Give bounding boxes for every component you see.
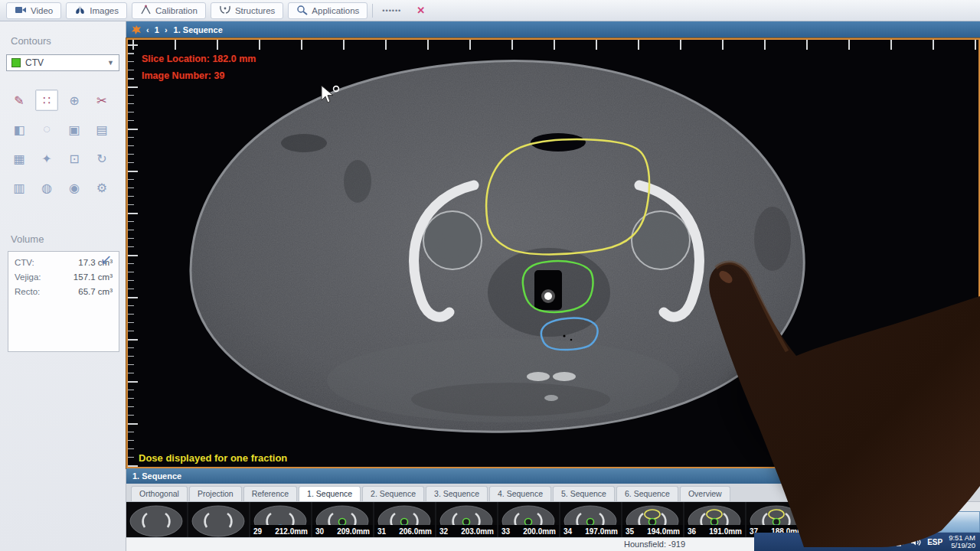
thumbnail-label: 29212.0mm	[250, 525, 311, 537]
video-button[interactable]: Video	[6, 2, 61, 19]
wand-tool[interactable]: ⚙	[90, 177, 113, 198]
volume-row: CTV:17.3 cm³	[15, 258, 113, 267]
top-toolbar: VideoImagesCalibrationStructuresApplicat…	[0, 0, 980, 21]
toolbar-separator	[372, 4, 373, 18]
globe-tool[interactable]: ◉	[63, 177, 86, 198]
applications-button[interactable]: Applications	[288, 2, 368, 19]
spheres-tool[interactable]: ◍	[35, 177, 58, 198]
thumbnail-label: 36191.0mm	[684, 525, 745, 537]
contour-tools-grid: ✎∷⊕✂◧◌▣▤▦✦⊡↻▥◍◉⚙	[8, 90, 119, 198]
tab-4-sequence[interactable]: 4. Sequence	[489, 486, 551, 501]
volume-row: Recto:65.7 cm³	[15, 287, 113, 296]
tab-5-sequence[interactable]: 5. Sequence	[553, 486, 615, 501]
image-number-text: Image Number: 39	[142, 67, 256, 84]
status-bar: Hounsfield: -919	[126, 537, 812, 551]
tab-3-sequence[interactable]: 3. Sequence	[426, 486, 488, 501]
contours-sidebar: Contours CTV ▼ ✎∷⊕✂◧◌▣▤▦✦⊡↻▥◍◉⚙ ↙ Volume…	[0, 21, 126, 551]
images-button[interactable]: Images	[66, 2, 127, 19]
treatment-planning-app: VideoImagesCalibrationStructuresApplicat…	[0, 0, 980, 551]
ct-image-canvas[interactable]: Slice Location: 182.0 mm Image Number: 3…	[126, 38, 980, 468]
dots-button[interactable]: ••••••	[377, 7, 406, 15]
slice-thumbnail-33[interactable]: 33200.0mm	[498, 502, 559, 537]
slice-thumbnail-29[interactable]: 29212.0mm	[250, 502, 311, 537]
magnifier-icon	[296, 5, 308, 17]
contour-color-swatch	[11, 58, 21, 67]
app-paw-icon	[131, 24, 142, 35]
thumbnail-label: 33200.0mm	[498, 525, 559, 537]
horizontal-scrollbar[interactable]	[814, 511, 980, 533]
freehand-tool[interactable]: ◌	[35, 119, 58, 140]
tab-projection[interactable]: Projection	[189, 486, 242, 501]
marker-seed	[544, 292, 552, 300]
filmstrip-title: 1. Sequence	[132, 471, 181, 481]
copy-tool[interactable]: ▣	[63, 119, 86, 140]
expand-arrow-icon[interactable]: ↙	[100, 251, 112, 268]
thumbnail-label: 31206.0mm	[374, 525, 435, 537]
volume-title: Volume	[11, 233, 126, 245]
contours-title: Contours	[11, 35, 126, 47]
slice-thumbnail[interactable]	[188, 502, 249, 537]
slice-thumbnail-35[interactable]: 35194.0mm	[622, 502, 683, 537]
structures-button[interactable]: Structures	[211, 2, 283, 19]
copy-structure-tool[interactable]: ⊡	[63, 148, 86, 169]
taskbar-clock[interactable]: 9:51 AM 5/19/20	[949, 534, 975, 549]
mouse-cursor-icon	[319, 84, 341, 106]
thumbnail-label: 32203.0mm	[436, 525, 497, 537]
slice-nav-buttons[interactable]: ‹ 1 ›	[146, 25, 169, 34]
slice-thumbnail-31[interactable]: 31206.0mm	[374, 502, 435, 537]
tab-1-sequence[interactable]: 1. Sequence	[299, 486, 361, 501]
calibration-button[interactable]: Calibration	[132, 2, 206, 19]
sphere-fill-tool[interactable]: ⊕	[63, 90, 86, 111]
viewport-titlebar: ‹ 1 › 1. Sequence	[126, 21, 980, 38]
edit-points-tool[interactable]: ∷	[35, 90, 58, 111]
tab-reference[interactable]: Reference	[243, 486, 297, 501]
windows-taskbar: ESP 9:51 AM 5/19/20	[754, 533, 980, 551]
pelvis-icon	[219, 5, 231, 16]
tab-2-sequence[interactable]: 2. Sequence	[362, 486, 424, 501]
rotate-tool[interactable]: ↻	[90, 148, 113, 169]
draw-contour-tool[interactable]: ✎	[8, 90, 31, 111]
hounsfield-readout: Hounsfield: -919	[624, 540, 685, 549]
ct-axial-image	[128, 40, 978, 467]
slice-thumbnail-36[interactable]: 36191.0mm	[684, 502, 745, 537]
dose-note-text: Dose displayed for one fraction	[139, 452, 287, 464]
slice-thumbnail-32[interactable]: 32203.0mm	[436, 502, 497, 537]
move-region-tool[interactable]: ◧	[8, 119, 31, 140]
chevron-up-icon[interactable]	[878, 538, 887, 546]
slice-thumbnail[interactable]	[126, 502, 187, 537]
display-icon[interactable]	[893, 538, 904, 546]
language-indicator[interactable]: ESP	[927, 538, 942, 546]
tab-overview[interactable]: Overview	[680, 486, 730, 501]
thumbnail-label: 34197.0mm	[560, 525, 621, 537]
slice-info-overlay: Slice Location: 182.0 mm Image Number: 3…	[142, 51, 256, 84]
grid-volume-tool[interactable]: ▦	[8, 148, 31, 169]
thumbnail-label: 35194.0mm	[622, 525, 683, 537]
stamp-tool[interactable]: ✦	[35, 148, 58, 169]
contour-select-value: CTV	[25, 57, 44, 68]
slice-thumbnail-34[interactable]: 34197.0mm	[560, 502, 621, 537]
contour-select[interactable]: CTV ▼	[6, 54, 119, 71]
caliper-icon	[140, 5, 152, 16]
thumbnail-label: 30209.0mm	[312, 525, 373, 537]
tab-orthogonal[interactable]: Orthogonal	[131, 486, 188, 501]
filmstrip-titlebar: 1. Sequence	[126, 468, 980, 484]
slice-thumbnail-strip: 29212.0mm30209.0mm31206.0mm32203.0mm3320…	[126, 502, 812, 537]
layers-tool[interactable]: ▥	[8, 177, 31, 198]
chevron-down-icon: ▼	[107, 59, 114, 67]
filmstrip-tabs: OrthogonalProjectionReference1. Sequence…	[126, 484, 980, 502]
sequence-viewport: ‹ 1 › 1. Sequence	[126, 21, 980, 468]
lungs-icon	[74, 5, 86, 16]
speaker-icon[interactable]	[910, 538, 921, 546]
volume-row: Vejiga:157.1 cm³	[15, 272, 113, 282]
viewport-title: 1. Sequence	[174, 25, 223, 34]
slice-thumbnail-30[interactable]: 30209.0mm	[312, 502, 373, 537]
slice-location-text: Slice Location: 182.0 mm	[142, 51, 256, 67]
close-icon[interactable]: ✕	[410, 5, 431, 16]
tab-6-sequence[interactable]: 6. Sequence	[616, 486, 678, 501]
clipboard-tool[interactable]: ▤	[90, 119, 113, 140]
cut-contour-tool[interactable]: ✂	[90, 90, 113, 111]
taskbar-date: 5/19/20	[949, 542, 975, 549]
video-icon	[15, 5, 27, 16]
